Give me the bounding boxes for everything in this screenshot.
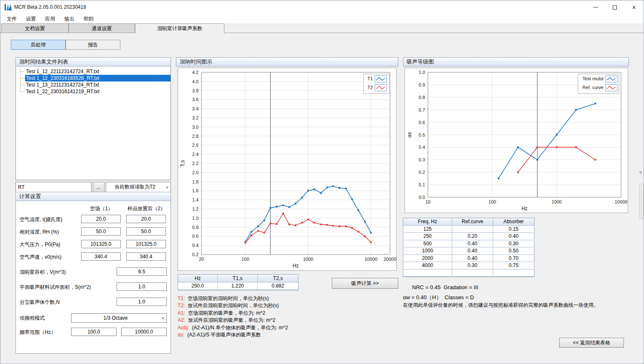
table-column-header: Freq. Hz	[403, 218, 452, 226]
calc-single-input[interactable]	[117, 267, 167, 276]
table-cell: 0.70	[493, 255, 534, 262]
note-key: T1:	[178, 295, 185, 301]
file-item[interactable]: Test 1_22_230316141219_RT.txt	[16, 88, 171, 95]
tree-connector	[20, 78, 25, 79]
calc-settings-header: 计算设置	[15, 192, 171, 201]
table-cell: 1000	[403, 247, 452, 255]
suffix-input[interactable]	[15, 182, 92, 192]
svg-text:0.9: 0.9	[419, 82, 425, 87]
calc-single-row: 平面吸声材料试件面积，S(m^2)	[16, 283, 171, 292]
maximize-button[interactable]	[605, 0, 624, 14]
app-logo-icon	[5, 4, 12, 11]
sub-tab-1[interactable]: 后处理	[11, 40, 66, 50]
chevron-down-icon: ∨	[160, 316, 166, 320]
file-item[interactable]: Test 1_13_221123142724_RT.txt	[16, 81, 171, 88]
collapse-panel-handle[interactable]: <	[638, 168, 644, 176]
column-header-with-sample: 样品放置后（2）	[126, 205, 167, 212]
calc-value2-input[interactable]	[126, 215, 166, 223]
svg-text:3.6: 3.6	[192, 97, 199, 102]
file-item[interactable]: Test 1_12_230316183526_RT.txt	[16, 75, 171, 81]
svg-text:3.4: 3.4	[192, 106, 199, 111]
file-list: Test 1_12_221123142724_RT.txtTest 1_12_2…	[15, 66, 171, 180]
absorption-table: Freq. HzRef.curveAbsorber1250.152500.200…	[403, 218, 535, 277]
svg-text:3.2: 3.2	[192, 115, 199, 120]
close-button[interactable]: ✕	[624, 0, 644, 14]
rt-panel-header: 混响时间图示	[176, 57, 398, 66]
alpha-w-result-text: αw = 0.40（H） Classes = D	[403, 294, 474, 301]
svg-text:T,s: T,s	[180, 160, 186, 166]
freq-min-input[interactable]	[71, 328, 117, 336]
table-cell: 250	[403, 233, 452, 240]
menu-item-1[interactable]: 文件	[2, 14, 21, 23]
svg-text:1.8: 1.8	[192, 179, 199, 184]
sub-tab-2[interactable]: 报告	[66, 40, 120, 50]
note-line: A2:放试件后混响室的吸声量，单位为: m^2	[178, 317, 399, 324]
note-key: T2:	[178, 303, 185, 308]
minimize-button[interactable]	[586, 0, 605, 14]
calc-value1-input[interactable]	[81, 215, 121, 223]
nrc-result-text: NRC = 0.45 Gradation = III	[412, 284, 478, 290]
main-tab-1[interactable]: 文档设置	[1, 23, 69, 33]
rt-chart[interactable]: 0.20.40.60.81.01.21.41.61.82.02.22.42.62…	[178, 68, 397, 271]
calc-single-input[interactable]	[117, 298, 167, 306]
table-cell	[452, 226, 493, 233]
file-item[interactable]: Test 1_12_221123142724_RT.txt	[16, 68, 171, 75]
calc-paired-row: 空气温度, t(摄氏度)	[16, 215, 171, 224]
calc-row-label: 混响室容积，V(m^3)	[20, 269, 66, 276]
calc-row-label: 空气声速，v0(m/s)	[20, 254, 61, 261]
svg-text:2.2: 2.2	[192, 161, 199, 166]
calc-row-label: 空气温度, t(摄氏度)	[20, 216, 62, 223]
freq-range-row: 频率范围（Hz）	[16, 328, 171, 337]
table-cell: 4000	[403, 262, 452, 270]
calc-single-input[interactable]	[117, 283, 167, 291]
svg-text:0.8: 0.8	[192, 225, 199, 230]
calc-value2-input[interactable]	[126, 252, 166, 261]
table-cell: 0.75	[493, 262, 534, 270]
svg-text:2.0: 2.0	[192, 170, 199, 175]
table-cell: 0.15	[493, 226, 534, 233]
svg-text:10000: 10000	[364, 257, 377, 262]
table-cell-empty	[403, 270, 452, 277]
column-header-empty-room: 空场（1）	[81, 205, 122, 212]
chevron-down-icon: ∨	[164, 185, 171, 189]
calc-value1-input[interactable]	[81, 227, 121, 236]
file-name: Test 1_13_221123142724_RT.txt	[25, 81, 171, 88]
read-mode-dropdown[interactable]: 当前数据读取为T2 ∨	[106, 182, 171, 192]
table-cell: 0.20	[452, 233, 493, 240]
svg-text:Test reulst: Test reulst	[583, 76, 603, 81]
note-key: A2:	[178, 317, 185, 323]
calc-value2-input[interactable]	[126, 227, 166, 236]
table-cell-empty	[452, 270, 493, 277]
absorption-chart[interactable]: 0.00.10.20.30.40.50.60.70.80.91.01010010…	[405, 68, 628, 213]
table-cell: 0.50	[493, 247, 534, 255]
menu-item-2[interactable]: 设置	[21, 14, 41, 23]
svg-text:4.0: 4.0	[192, 79, 199, 84]
calc-value1-input[interactable]	[81, 252, 121, 261]
note-line: αs:(A2-A1)/S 平面吸声体的吸声系数	[178, 331, 399, 339]
menu-item-5[interactable]: 帮助	[79, 14, 98, 23]
svg-text:0.4: 0.4	[192, 243, 199, 248]
freq-max-input[interactable]	[121, 328, 167, 336]
octave-mode-label: 倍频程模式	[20, 315, 45, 322]
menu-item-4[interactable]: 输出	[60, 14, 79, 23]
absorption-calc-button[interactable]: 吸声计算 >>	[332, 278, 398, 289]
return-results-button[interactable]: << 返回结果表格	[559, 338, 624, 348]
note-line: T1:空场混响室的混响时间，单位为秒(s)	[178, 295, 399, 302]
svg-text:1.6: 1.6	[192, 188, 199, 193]
octave-mode-dropdown[interactable]: 1/3 Octave ∨	[71, 313, 167, 323]
svg-text:Ref. curve: Ref. curve	[583, 85, 603, 90]
main-tab-3[interactable]: 混响室计算吸声系数	[135, 23, 224, 33]
browse-button[interactable]: ...	[93, 182, 104, 192]
calc-settings-body: 空场（1） 样品放置后（2） 空气温度, t(摄氏度)相对湿度, RH (%)大…	[15, 201, 171, 354]
table-column-header: T1,s	[218, 275, 258, 283]
svg-text:3.8: 3.8	[192, 88, 199, 93]
menu-item-3[interactable]: 应用	[41, 14, 60, 23]
calc-value1-input[interactable]	[81, 240, 121, 248]
table-cell: 0.30	[452, 262, 493, 270]
svg-text:3.0: 3.0	[192, 125, 199, 130]
main-tab-2[interactable]: 通道设置	[69, 23, 135, 33]
svg-text:0.3: 0.3	[419, 157, 425, 162]
tree-connector	[20, 92, 25, 92]
calc-value2-input[interactable]	[126, 240, 166, 248]
scrollbar-thumb[interactable]	[639, 183, 644, 219]
